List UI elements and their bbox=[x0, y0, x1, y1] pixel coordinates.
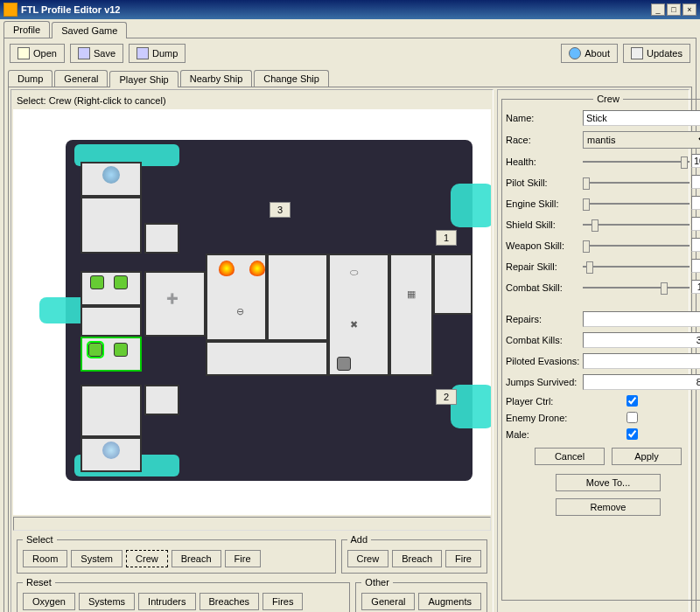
health-slider[interactable]: 100 bbox=[583, 154, 700, 170]
male-checkbox[interactable] bbox=[626, 428, 638, 440]
select-system-button[interactable]: System bbox=[71, 550, 122, 567]
ship-view[interactable]: ➕ ⊖ ⬭ ✖ ▦ 3 1 2 bbox=[13, 109, 491, 515]
add-crew-button[interactable]: Crew bbox=[347, 550, 389, 567]
remove-button[interactable]: Remove bbox=[556, 498, 661, 516]
jumps-field[interactable] bbox=[583, 374, 700, 390]
player-ctrl-checkbox[interactable] bbox=[626, 395, 638, 407]
other-group: Other General Augments bbox=[355, 577, 487, 612]
shields-icon: ⬭ bbox=[350, 267, 368, 284]
other-general-button[interactable]: General bbox=[361, 593, 415, 610]
help-icon bbox=[569, 47, 581, 59]
room[interactable] bbox=[433, 254, 472, 315]
crew-member-selected[interactable] bbox=[88, 343, 102, 357]
weapons-icon: ✖ bbox=[350, 319, 368, 337]
app-icon bbox=[4, 3, 18, 17]
select-breach-button[interactable]: Breach bbox=[172, 550, 221, 567]
left-panel: Select: Crew (Right-click to cancel) bbox=[10, 89, 494, 612]
scrollbar-horizontal[interactable] bbox=[13, 517, 491, 531]
room[interactable] bbox=[80, 385, 142, 437]
room[interactable] bbox=[80, 306, 142, 337]
sub-tabs: Dump General Player Ship Nearby Ship Cha… bbox=[8, 68, 692, 87]
select-fire-button[interactable]: Fire bbox=[225, 550, 261, 567]
window-title: FTL Profile Editor v12 bbox=[21, 4, 651, 15]
dump-button[interactable]: Dump bbox=[129, 44, 186, 63]
room[interactable] bbox=[389, 254, 433, 376]
tab-change-ship[interactable]: Change Ship bbox=[254, 70, 329, 87]
move-to-button[interactable]: Move To... bbox=[556, 474, 661, 491]
weapon-slot-label: 1 bbox=[436, 230, 457, 246]
open-icon bbox=[18, 47, 30, 59]
fire-icon[interactable] bbox=[219, 261, 234, 276]
select-room-button[interactable]: Room bbox=[23, 550, 67, 567]
close-button[interactable]: × bbox=[682, 3, 696, 16]
doors-icon: ▦ bbox=[407, 289, 424, 306]
crew-member[interactable] bbox=[90, 275, 104, 289]
minimize-button[interactable]: _ bbox=[651, 3, 665, 16]
crew-member[interactable] bbox=[114, 343, 128, 357]
crew-legend: Crew bbox=[593, 94, 623, 104]
about-button[interactable]: About bbox=[561, 44, 618, 63]
main-tabs: Profile Saved Game bbox=[0, 19, 700, 38]
oxygen-icon bbox=[102, 442, 120, 459]
engine-slider[interactable]: 0 bbox=[583, 196, 700, 212]
reset-fires-button[interactable]: Fires bbox=[262, 593, 303, 610]
name-field[interactable] bbox=[583, 110, 700, 126]
ship-hull: ➕ ⊖ ⬭ ✖ ▦ bbox=[66, 140, 472, 481]
crew-member[interactable] bbox=[114, 275, 128, 289]
weapon-slider[interactable]: 0 bbox=[583, 238, 700, 254]
reset-intruders-button[interactable]: Intruders bbox=[138, 593, 195, 610]
room[interactable] bbox=[267, 254, 328, 341]
evasions-field[interactable] bbox=[583, 353, 700, 369]
updates-button[interactable]: Updates bbox=[623, 44, 690, 63]
room[interactable] bbox=[144, 385, 179, 415]
engines-icon: ⊖ bbox=[236, 306, 254, 323]
repairs-field[interactable] bbox=[583, 311, 700, 327]
tab-nearby-ship[interactable]: Nearby Ship bbox=[180, 70, 253, 87]
shield-slider[interactable]: 3 bbox=[583, 217, 700, 233]
cancel-button[interactable]: Cancel bbox=[535, 448, 605, 465]
work-area: Select: Crew (Right-click to cancel) bbox=[8, 87, 692, 612]
reset-systems-button[interactable]: Systems bbox=[79, 593, 135, 610]
save-icon bbox=[78, 47, 90, 59]
save-button[interactable]: Save bbox=[70, 44, 123, 63]
select-hint: Select: Crew (Right-click to cancel) bbox=[13, 92, 491, 109]
room[interactable] bbox=[144, 223, 179, 254]
room[interactable] bbox=[80, 197, 142, 254]
combat-slider[interactable]: 16 bbox=[583, 280, 700, 296]
fire-icon[interactable] bbox=[249, 261, 265, 276]
apply-button[interactable]: Apply bbox=[612, 448, 682, 465]
tab-dump[interactable]: Dump bbox=[8, 70, 52, 87]
weapon-slot-label: 3 bbox=[270, 202, 290, 218]
race-select[interactable]: mantis bbox=[583, 131, 700, 149]
other-augments-button[interactable]: Augments bbox=[418, 593, 481, 610]
crew-member[interactable] bbox=[337, 357, 351, 371]
select-group: Select Room System Crew Breach Fire bbox=[17, 534, 336, 574]
add-group: Add Crew Breach Fire bbox=[341, 534, 487, 574]
reset-breaches-button[interactable]: Breaches bbox=[200, 593, 259, 610]
titlebar[interactable]: FTL Profile Editor v12 _ □ × bbox=[0, 0, 700, 19]
room[interactable] bbox=[206, 341, 328, 376]
pilot-slider[interactable]: 0 bbox=[583, 175, 700, 191]
dump-icon bbox=[136, 47, 149, 59]
open-button[interactable]: Open bbox=[10, 44, 65, 63]
add-breach-button[interactable]: Breach bbox=[392, 550, 442, 567]
tab-profile[interactable]: Profile bbox=[4, 21, 50, 38]
maximize-button[interactable]: □ bbox=[667, 3, 681, 16]
main-content: Open Save Dump About Updates Dump Genera… bbox=[4, 38, 696, 612]
sensors-icon bbox=[102, 166, 120, 184]
tab-player-ship[interactable]: Player Ship bbox=[109, 71, 178, 87]
weapon-slot-label: 2 bbox=[436, 389, 457, 405]
add-fire-button[interactable]: Fire bbox=[445, 550, 481, 567]
updates-icon bbox=[631, 47, 643, 59]
select-crew-button[interactable]: Crew bbox=[126, 550, 168, 567]
repair-slider[interactable]: 1 bbox=[583, 259, 700, 275]
reset-oxygen-button[interactable]: Oxygen bbox=[23, 593, 75, 610]
reset-group: Reset Oxygen Systems Intruders Breaches … bbox=[17, 577, 350, 612]
tab-general[interactable]: General bbox=[54, 70, 108, 87]
enemy-drone-checkbox[interactable] bbox=[626, 412, 638, 423]
medbay-icon: ➕ bbox=[166, 293, 184, 310]
tab-saved-game[interactable]: Saved Game bbox=[52, 22, 127, 38]
toolbar: Open Save Dump About Updates bbox=[8, 42, 692, 65]
crew-panel: Crew Name: Race: mantis Health: 100 Pilo… bbox=[497, 89, 690, 612]
kills-field[interactable] bbox=[583, 332, 700, 348]
